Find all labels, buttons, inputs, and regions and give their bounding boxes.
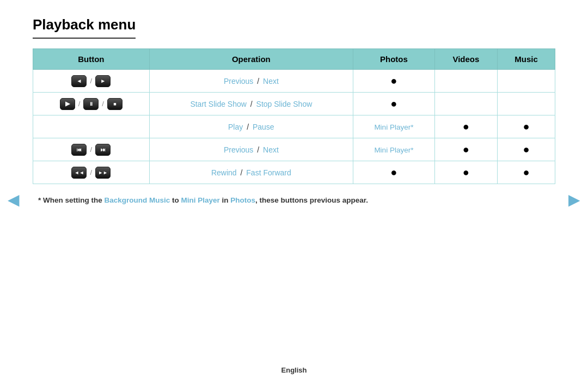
- photos-cell: ●: [353, 161, 435, 184]
- videos-cell: [434, 70, 497, 93]
- operation-cell: Rewind / Fast Forward: [149, 161, 353, 184]
- button-cell: ◄ / ►: [33, 70, 150, 93]
- table-row: ▶ / ⏸ / ■ Start Slide Show / Stop Slide …: [33, 93, 555, 115]
- operation-cell: Play / Pause: [149, 115, 353, 138]
- op-next-link[interactable]: Next: [263, 77, 279, 86]
- music-cell: [498, 93, 555, 115]
- footer: English: [0, 366, 588, 374]
- nav-right-arrow[interactable]: ▶: [568, 191, 580, 209]
- footnote-mini-player: Mini Player: [181, 196, 220, 204]
- btn-group-slideshow: ▶ / ⏸ / ■: [41, 98, 142, 110]
- col-header-photos: Photos: [353, 49, 435, 70]
- photos-cell: ●: [353, 93, 435, 115]
- button-cell: [33, 115, 150, 138]
- footnote-photos: Photos: [230, 196, 255, 204]
- stop-icon-btn[interactable]: ■: [107, 98, 122, 110]
- operation-cell: Previous / Next: [149, 70, 353, 93]
- music-cell: ●: [498, 161, 555, 184]
- page-container: Playback menu Button Operation Photos Vi…: [0, 0, 588, 221]
- btn-group-prev-next: ◄ / ►: [41, 75, 142, 87]
- photos-cell: Mini Player*: [353, 115, 435, 138]
- col-header-videos: Videos: [434, 49, 497, 70]
- button-cell: ▶ / ⏸ / ■: [33, 93, 150, 115]
- photos-cell: Mini Player*: [353, 138, 435, 161]
- op-rewind-link[interactable]: Rewind: [211, 168, 237, 177]
- pause-icon-btn[interactable]: ⏸: [83, 98, 99, 110]
- button-cell: ◄◄ / ►►: [33, 161, 150, 184]
- op-previous-link[interactable]: Previous: [224, 77, 253, 86]
- op-pause-link[interactable]: Pause: [253, 123, 274, 131]
- footnote: * When setting the Background Music to M…: [33, 196, 555, 204]
- music-cell: ●: [498, 138, 555, 161]
- op-previous2-link[interactable]: Previous: [224, 145, 253, 154]
- footnote-to: to: [170, 196, 181, 204]
- videos-cell: ●: [434, 115, 497, 138]
- music-cell: [498, 70, 555, 93]
- operation-cell: Start Slide Show / Stop Slide Show: [149, 93, 353, 115]
- photos-cell: ●: [353, 70, 435, 93]
- footnote-bg-music: Background Music: [105, 196, 170, 204]
- videos-cell: ●: [434, 138, 497, 161]
- footnote-prefix: * When setting the: [38, 196, 105, 204]
- op-start-slideshow-link[interactable]: Start Slide Show: [190, 100, 247, 108]
- table-row: ⏮ / ⏭ Previous / Next Mini Player* ● ●: [33, 138, 555, 161]
- btn-group-skip: ⏮ / ⏭: [41, 144, 142, 156]
- operation-cell: Previous / Next: [149, 138, 353, 161]
- ffwd-icon-btn[interactable]: ►►: [95, 167, 111, 179]
- table-row: Play / Pause Mini Player* ● ●: [33, 115, 555, 138]
- op-stop-slideshow-link[interactable]: Stop Slide Show: [256, 100, 313, 108]
- col-header-button: Button: [33, 49, 150, 70]
- op-fastforward-link[interactable]: Fast Forward: [246, 168, 291, 177]
- playback-table: Button Operation Photos Videos Music ◄ /…: [33, 48, 555, 184]
- page-title: Playback menu: [33, 16, 136, 39]
- music-cell: ●: [498, 115, 555, 138]
- button-cell: ⏮ / ⏭: [33, 138, 150, 161]
- play-icon-btn[interactable]: ▶: [60, 98, 75, 110]
- footnote-suffix: , these buttons previous appear.: [255, 196, 368, 204]
- next-icon-btn[interactable]: ►: [95, 75, 111, 87]
- table-row: ◄◄ / ►► Rewind / Fast Forward ● ● ●: [33, 161, 555, 184]
- videos-cell: [434, 93, 497, 115]
- table-row: ◄ / ► Previous / Next ●: [33, 70, 555, 93]
- col-header-operation: Operation: [149, 49, 353, 70]
- footer-language: English: [281, 366, 307, 374]
- skip-next-icon-btn[interactable]: ⏭: [95, 144, 111, 156]
- skip-prev-icon-btn[interactable]: ⏮: [71, 144, 87, 156]
- footnote-in: in: [220, 196, 231, 204]
- op-play-link[interactable]: Play: [228, 123, 243, 131]
- btn-group-rew-fwd: ◄◄ / ►►: [41, 167, 142, 179]
- rewind-icon-btn[interactable]: ◄◄: [71, 167, 87, 179]
- col-header-music: Music: [498, 49, 555, 70]
- prev-icon-btn[interactable]: ◄: [71, 75, 87, 87]
- op-next2-link[interactable]: Next: [263, 145, 279, 154]
- nav-left-arrow[interactable]: ◀: [8, 191, 20, 209]
- videos-cell: ●: [434, 161, 497, 184]
